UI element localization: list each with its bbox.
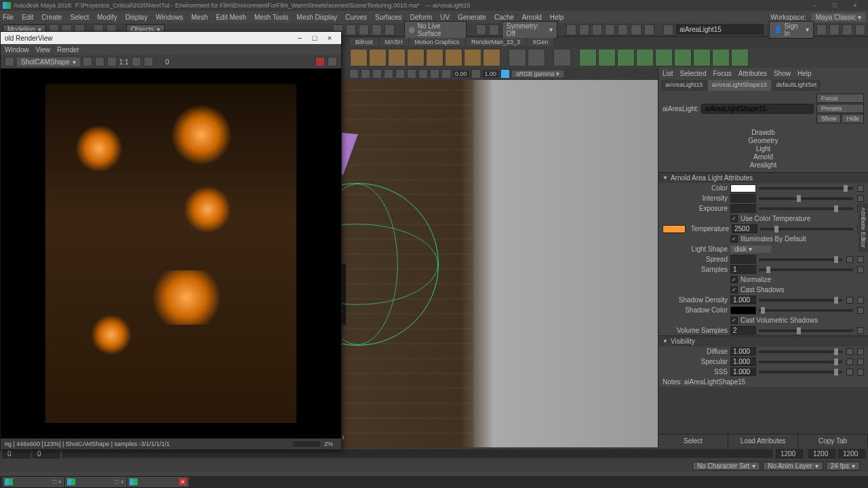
ipr-icon[interactable] xyxy=(592,24,602,35)
normalize-checkbox[interactable]: ✓ xyxy=(730,276,738,283)
shelf-button[interactable] xyxy=(407,49,425,66)
shelf-tab-renderman[interactable]: RenderMan_23_3 xyxy=(466,38,526,46)
menu-arnold[interactable]: Arnold xyxy=(522,14,542,21)
render-icon[interactable] xyxy=(579,24,589,35)
spread-slider[interactable] xyxy=(759,258,842,261)
render-view-canvas[interactable] xyxy=(1,68,341,439)
load-attributes-button[interactable]: Load Attributes xyxy=(728,434,798,447)
time-end2-field[interactable]: 1200 xyxy=(808,449,835,458)
shadow-color-swatch[interactable] xyxy=(730,306,756,314)
attr-menu-help[interactable]: Help xyxy=(797,70,812,77)
shelf-button[interactable] xyxy=(483,49,500,66)
diffuse-slider[interactable] xyxy=(759,350,842,353)
time-end3-field[interactable]: 1200 xyxy=(838,449,865,458)
workspace-dropdown[interactable]: Maya Classic ▾ xyxy=(812,13,865,22)
marketplace-icon[interactable] xyxy=(816,24,827,35)
cast-shadows-checkbox[interactable]: ✓ xyxy=(730,286,738,293)
character-set-dropdown[interactable]: No Character Set ▾ xyxy=(692,462,760,470)
map-button[interactable] xyxy=(846,348,853,355)
taskbar-item[interactable]: □ × xyxy=(3,477,64,487)
vp-xray-icon[interactable] xyxy=(407,69,416,79)
use-color-temp-checkbox[interactable]: ✓ xyxy=(730,215,738,222)
light-shape-dropdown[interactable]: disk ▾ xyxy=(730,245,771,253)
shelf-button[interactable] xyxy=(528,49,545,66)
map-button[interactable] xyxy=(846,297,853,304)
vp-wireframe-icon[interactable] xyxy=(418,69,428,79)
pause-icon[interactable] xyxy=(644,24,654,35)
shelf-button[interactable] xyxy=(598,49,616,66)
diffuse-field[interactable] xyxy=(730,347,756,356)
window-maximize-button[interactable]: □ xyxy=(825,2,845,9)
vp-lighting-icon[interactable] xyxy=(384,69,393,79)
rv-close-button[interactable]: × xyxy=(322,34,337,42)
samples-slider[interactable] xyxy=(759,268,853,271)
rv-camera-icon[interactable] xyxy=(5,57,14,66)
shelf-button[interactable] xyxy=(655,49,673,66)
toggle-icon[interactable] xyxy=(489,24,499,35)
cast-vol-checkbox[interactable]: ✓ xyxy=(730,317,738,324)
render-view-titlebar[interactable]: old RenderView − □ × xyxy=(1,32,341,44)
quick-select-field[interactable] xyxy=(676,24,763,35)
notes-value[interactable]: aiAreaLightShape15 xyxy=(684,378,746,386)
node-name-field[interactable] xyxy=(701,104,814,114)
shelf-button[interactable] xyxy=(693,49,711,66)
time-track[interactable] xyxy=(62,449,773,458)
rv-save-icon[interactable] xyxy=(144,57,153,66)
vp-frame[interactable]: 0.00 xyxy=(453,70,469,77)
section-arnold-area-light[interactable]: ▼Arnold Area Light Attributes xyxy=(658,173,868,183)
vp-gamma[interactable]: 1.00 xyxy=(483,70,499,77)
color-slider[interactable] xyxy=(759,187,853,190)
attr-menu-list[interactable]: List xyxy=(663,70,673,77)
menu-help[interactable]: Help xyxy=(550,14,564,21)
rv-stop-icon[interactable] xyxy=(315,57,325,66)
menu-display[interactable]: Display xyxy=(125,14,148,21)
taskbar-item[interactable]: × xyxy=(127,477,189,487)
attr-menu-focus[interactable]: Focus xyxy=(713,70,731,77)
shelf-button[interactable] xyxy=(426,49,443,66)
shelf-tab-bifrost[interactable]: Bifrost xyxy=(350,38,378,46)
shelf-button[interactable] xyxy=(464,49,481,66)
outliner-icon[interactable] xyxy=(842,24,852,35)
map-button[interactable] xyxy=(846,256,853,263)
rv-menu-render[interactable]: Render xyxy=(57,46,79,54)
notes-area[interactable] xyxy=(658,387,868,434)
snap-live-icon[interactable] xyxy=(384,24,395,35)
shelf-button[interactable] xyxy=(674,49,692,66)
menu-modify[interactable]: Modify xyxy=(97,14,117,21)
map-button[interactable] xyxy=(857,369,864,375)
menu-surfaces[interactable]: Surfaces xyxy=(375,14,401,21)
rv-camera-dropdown[interactable]: ShotCAMShape ▾ xyxy=(17,58,80,66)
rv-refresh-icon[interactable] xyxy=(107,57,117,66)
rv-exposure-value[interactable]: 0 xyxy=(165,58,170,66)
window-close-button[interactable]: × xyxy=(845,2,865,9)
shadow-color-slider[interactable] xyxy=(759,309,853,312)
map-button[interactable] xyxy=(857,327,864,334)
signin-dropdown[interactable]: 👤 Sign In ▾ xyxy=(769,21,814,39)
shelf-tab-mash[interactable]: MASH xyxy=(380,38,408,46)
sss-slider[interactable] xyxy=(759,371,842,373)
vp-color-mgmt-icon[interactable] xyxy=(500,69,510,79)
taskbar-item[interactable]: □ × xyxy=(65,477,126,487)
play-icon[interactable] xyxy=(631,24,641,35)
menu-windows[interactable]: Windows xyxy=(155,14,183,21)
rv-settings-icon[interactable] xyxy=(328,57,337,66)
temperature-field[interactable] xyxy=(732,224,757,233)
presets-button[interactable]: Presets xyxy=(816,104,864,113)
vp-lock-icon[interactable] xyxy=(471,69,481,79)
window-minimize-button[interactable]: − xyxy=(804,2,825,9)
snap-curve-icon[interactable] xyxy=(346,24,356,35)
map-button[interactable] xyxy=(857,307,864,314)
color-swatch[interactable] xyxy=(730,184,756,192)
menu-select[interactable]: Select xyxy=(70,14,89,21)
rv-minimize-button[interactable]: − xyxy=(292,34,307,42)
menu-edit[interactable]: Edit xyxy=(22,14,33,21)
vp-camera-icon[interactable] xyxy=(349,69,359,79)
map-button[interactable] xyxy=(857,256,864,263)
vp-colorspace-dropdown[interactable]: sRGB gamma ▾ xyxy=(512,70,564,77)
time-end-field[interactable]: 1200 xyxy=(776,449,803,458)
attr-tab-lightset[interactable]: defaultLightSet xyxy=(772,80,821,91)
hide-button[interactable]: Hide xyxy=(842,114,864,123)
shelf-button[interactable] xyxy=(579,49,597,66)
attr-tab-transform[interactable]: aiAreaLight15 xyxy=(661,80,707,91)
attribute-editor-side-tab[interactable]: Attribute Editor xyxy=(859,203,868,252)
